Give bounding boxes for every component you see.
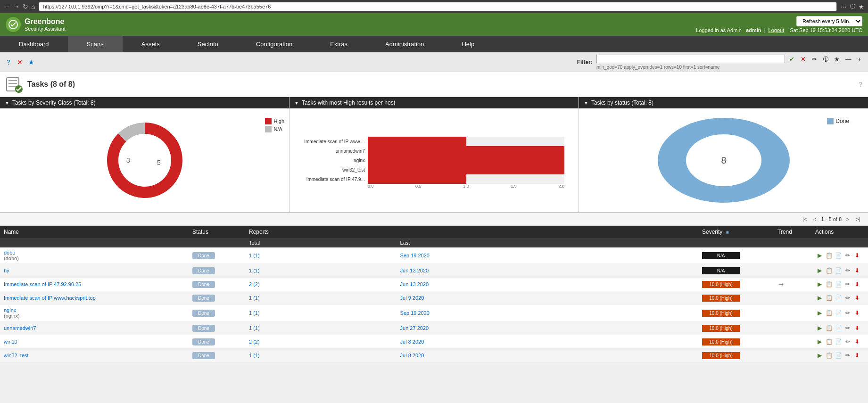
start-action-icon[interactable]: ▶	[815, 280, 824, 288]
bar-chart-header[interactable]: ▼ Tasks with most High results per host	[289, 97, 579, 108]
task-name-link[interactable]: unnamedwin7	[4, 325, 36, 331]
delete-action-icon[interactable]: ⬇	[853, 309, 861, 317]
edit-action-icon[interactable]: ✏	[843, 294, 852, 302]
delete-action-icon[interactable]: ⬇	[853, 351, 861, 360]
reports-last-link[interactable]: Jul 8 2020	[400, 353, 424, 358]
col-trend[interactable]: Trend	[774, 226, 811, 238]
start-action-icon[interactable]: ▶	[815, 337, 824, 346]
reports-last-link[interactable]: Sep 19 2020	[400, 310, 430, 316]
reports-last-link[interactable]: Jul 9 2020	[400, 295, 424, 301]
reports-total-link[interactable]: 2 (2)	[249, 281, 260, 287]
task-name-link[interactable]: Immediate scan of IP www.hacksprit.top	[4, 295, 96, 301]
reports-last-link[interactable]: Jul 8 2020	[400, 339, 424, 345]
browser-menu-icon[interactable]: ⋯	[841, 3, 847, 10]
reports-total-link[interactable]: 2 (2)	[249, 339, 260, 345]
delete-action-icon[interactable]: ⬇	[853, 251, 861, 260]
start-action-icon[interactable]: ▶	[815, 251, 824, 260]
first-page-button[interactable]: |<	[801, 215, 809, 223]
filter-input[interactable]	[596, 55, 785, 63]
schedule-action-icon[interactable]: 📋	[825, 266, 833, 275]
star-icon[interactable]: ★	[26, 58, 36, 67]
delete-action-icon[interactable]: ⬇	[853, 266, 861, 275]
schedule-action-icon[interactable]: 📋	[825, 251, 833, 260]
start-action-icon[interactable]: ▶	[815, 266, 824, 275]
filter-edit-icon[interactable]: ✏	[810, 54, 819, 64]
reports-last-link[interactable]: Jun 27 2020	[400, 325, 429, 331]
nav-secinfo[interactable]: SecInfo	[179, 36, 237, 52]
start-action-icon[interactable]: ▶	[815, 309, 824, 317]
nav-assets[interactable]: Assets	[123, 36, 179, 52]
delete-action-icon[interactable]: ⬇	[853, 324, 861, 332]
filter-clear-icon[interactable]: ✕	[798, 54, 808, 64]
schedule-action-icon[interactable]: 📋	[825, 351, 833, 360]
reports-last-link[interactable]: Jun 13 2020	[400, 281, 429, 287]
schedule-action-icon[interactable]: 📋	[825, 309, 833, 317]
reload-button[interactable]: ↻	[23, 3, 28, 10]
report-action-icon[interactable]: 📄	[834, 351, 843, 360]
delete-action-icon[interactable]: ⬇	[853, 337, 861, 346]
edit-action-icon[interactable]: ✏	[843, 351, 852, 360]
logout-link[interactable]: Logout	[769, 27, 785, 33]
url-bar[interactable]	[39, 2, 837, 11]
filter-apply-icon[interactable]: ✔	[787, 54, 796, 64]
back-button[interactable]: ←	[4, 3, 10, 10]
reports-total-link[interactable]: 1 (1)	[249, 295, 260, 301]
status-chart-header[interactable]: ▼ Tasks by status (Total: 8)	[579, 97, 868, 108]
home-button[interactable]: ⌂	[31, 3, 35, 10]
reports-total-link[interactable]: 1 (1)	[249, 253, 260, 258]
report-action-icon[interactable]: 📄	[834, 337, 843, 346]
task-name-link[interactable]: win10	[4, 339, 17, 345]
edit-action-icon[interactable]: ✏	[843, 337, 852, 346]
refresh-select[interactable]: Refresh every 5 Min.	[796, 16, 862, 26]
report-action-icon[interactable]: 📄	[834, 251, 843, 260]
col-reports[interactable]: Reports	[245, 226, 698, 238]
report-action-icon[interactable]: 📄	[834, 294, 843, 302]
delete-action-icon[interactable]: ⬇	[853, 294, 861, 302]
col-status[interactable]: Status	[189, 226, 245, 238]
last-page-button[interactable]: >|	[854, 215, 862, 223]
nav-scans[interactable]: Scans	[68, 36, 123, 52]
browser-star-icon[interactable]: ★	[859, 3, 864, 10]
reports-last-link[interactable]: Jun 13 2020	[400, 268, 429, 273]
list-view-icon[interactable]: ✕	[15, 58, 25, 67]
schedule-action-icon[interactable]: 📋	[825, 324, 833, 332]
severity-info-icon[interactable]: ■	[726, 230, 729, 235]
report-action-icon[interactable]: 📄	[834, 266, 843, 275]
edit-action-icon[interactable]: ✏	[843, 266, 852, 275]
reports-total-link[interactable]: 1 (1)	[249, 310, 260, 316]
col-severity[interactable]: Severity ■	[698, 226, 774, 238]
start-action-icon[interactable]: ▶	[815, 351, 824, 360]
reports-total-link[interactable]: 1 (1)	[249, 325, 260, 331]
task-name-link[interactable]: dobo	[4, 250, 15, 255]
page-help-icon[interactable]: ?	[859, 81, 862, 88]
report-action-icon[interactable]: 📄	[834, 324, 843, 332]
report-action-icon[interactable]: 📄	[834, 280, 843, 288]
severity-chart-header[interactable]: ▼ Tasks by Severity Class (Total: 8)	[0, 97, 289, 108]
help-icon[interactable]: ?	[4, 58, 13, 67]
nav-help[interactable]: Help	[443, 36, 493, 52]
nav-dashboard[interactable]: Dashboard	[0, 36, 68, 52]
nav-extras[interactable]: Extras	[311, 36, 366, 52]
filter-star-icon[interactable]: ★	[832, 54, 842, 64]
delete-action-icon[interactable]: ⬇	[853, 280, 861, 288]
filter-minus-icon[interactable]: —	[843, 54, 853, 64]
forward-button[interactable]: →	[13, 3, 20, 10]
prev-page-button[interactable]: <	[811, 215, 819, 223]
col-actions[interactable]: Actions	[811, 226, 868, 238]
schedule-action-icon[interactable]: 📋	[825, 280, 833, 288]
reports-total-link[interactable]: 1 (1)	[249, 268, 260, 273]
task-name-link[interactable]: Immediate scan of IP 47.92.90.25	[4, 281, 81, 287]
start-action-icon[interactable]: ▶	[815, 324, 824, 332]
edit-action-icon[interactable]: ✏	[843, 309, 852, 317]
edit-action-icon[interactable]: ✏	[843, 324, 852, 332]
edit-action-icon[interactable]: ✏	[843, 251, 852, 260]
edit-action-icon[interactable]: ✏	[843, 280, 852, 288]
reports-total-link[interactable]: 1 (1)	[249, 353, 260, 358]
schedule-action-icon[interactable]: 📋	[825, 337, 833, 346]
task-name-link[interactable]: nginx	[4, 307, 16, 313]
reports-last-link[interactable]: Sep 19 2020	[400, 253, 430, 258]
next-page-button[interactable]: >	[843, 215, 852, 223]
col-name[interactable]: Name	[0, 226, 189, 238]
task-name-link[interactable]: win32_test	[4, 353, 29, 358]
nav-administration[interactable]: Administration	[366, 36, 443, 52]
